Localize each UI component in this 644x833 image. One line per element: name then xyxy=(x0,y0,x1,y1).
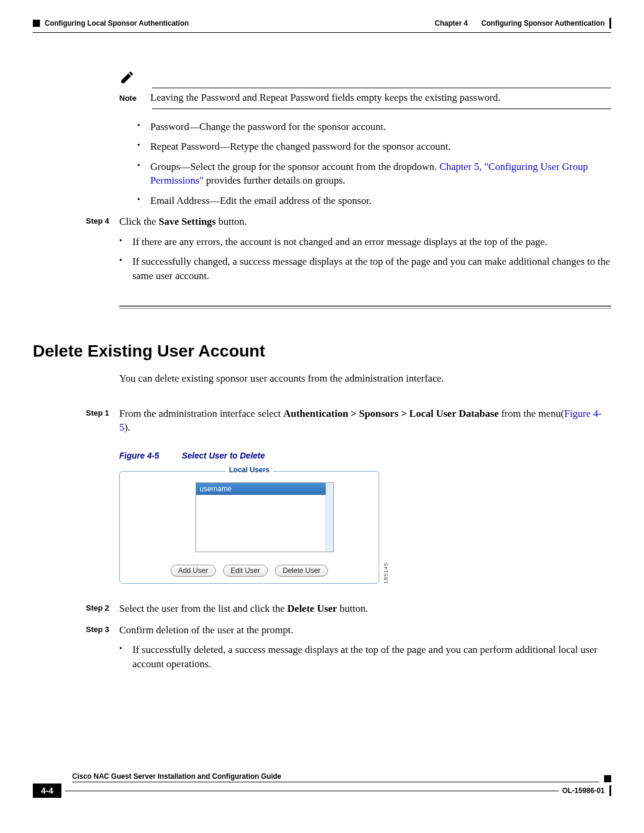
s2-step1-text: From the administration interface select… xyxy=(119,407,611,435)
header-chapter: Chapter 4 xyxy=(435,19,467,27)
footer-square-icon xyxy=(604,775,611,782)
edit-user-button[interactable]: Edit User xyxy=(223,565,268,577)
step4-label: Step 4 xyxy=(86,215,119,289)
running-header-left: Configuring Local Sponsor Authentication xyxy=(33,18,189,29)
fieldset-legend: Local Users xyxy=(225,466,273,474)
step4-sub1: If there are any errors, the account is … xyxy=(119,235,611,249)
bullet-repeat-password: Repeat Password—Retype the changed passw… xyxy=(137,140,611,153)
s2-step3-label: Step 3 xyxy=(86,623,119,677)
section2-intro: You can delete existing sponsor user acc… xyxy=(119,371,611,385)
note-text: Leaving the Password and Repeat Password… xyxy=(150,92,500,104)
add-user-button[interactable]: Add User xyxy=(171,565,216,577)
s2-step1-label: Step 1 xyxy=(86,407,119,435)
local-users-listbox[interactable]: username xyxy=(196,482,334,552)
header-square-icon xyxy=(33,20,40,27)
page-number: 4-4 xyxy=(33,784,61,798)
figure-image-id: 185145 xyxy=(383,562,389,584)
footer-bar-icon xyxy=(609,785,611,796)
note-pencil-icon xyxy=(119,77,136,87)
step4-sub2: If successfully changed, a success messa… xyxy=(119,255,611,283)
listbox-selected-item[interactable]: username xyxy=(196,483,333,495)
bullet-password: Password—Change the password for the spo… xyxy=(137,120,611,134)
footer-doc-id: OL-15986-01 xyxy=(562,786,605,795)
note-rule-bottom xyxy=(152,109,611,109)
section-rule xyxy=(119,305,611,309)
header-rule xyxy=(33,32,611,33)
delete-user-button[interactable]: Delete User xyxy=(275,565,328,577)
s2-step2-label: Step 2 xyxy=(86,602,119,615)
footer-guide-title: Cisco NAC Guest Server Installation and … xyxy=(72,772,599,782)
running-header-right: Chapter 4 Configuring Sponsor Authentica… xyxy=(435,18,611,29)
header-title: Configuring Sponsor Authentication xyxy=(481,19,605,27)
header-left-text: Configuring Local Sponsor Authentication xyxy=(45,19,189,27)
s2-step3-sub1: If successfully deleted, a success messa… xyxy=(119,643,611,671)
header-bar-icon xyxy=(609,18,611,29)
figure-4-5: Local Users username Add User Edit User … xyxy=(119,467,379,584)
footer-rule xyxy=(65,791,558,791)
bullet-groups: Groups—Select the group for the sponsor … xyxy=(137,160,611,188)
step4-text: Click the Save Settings button. If there… xyxy=(119,215,611,289)
s2-step2-text: Select the user from the list and click … xyxy=(119,602,611,615)
figure-caption: Figure 4-5Select User to Delete xyxy=(119,451,611,460)
bullet-email: Email Address—Edit the email address of … xyxy=(137,194,611,208)
heading-delete-user: Delete Existing User Account xyxy=(33,342,611,361)
field-bullets: Password—Change the password for the spo… xyxy=(119,120,611,208)
note-label: Note xyxy=(119,92,143,103)
s2-step3-text: Confirm deletion of the user at the prom… xyxy=(119,623,611,677)
scrollbar[interactable] xyxy=(326,483,333,552)
note-rule-top xyxy=(152,88,611,88)
